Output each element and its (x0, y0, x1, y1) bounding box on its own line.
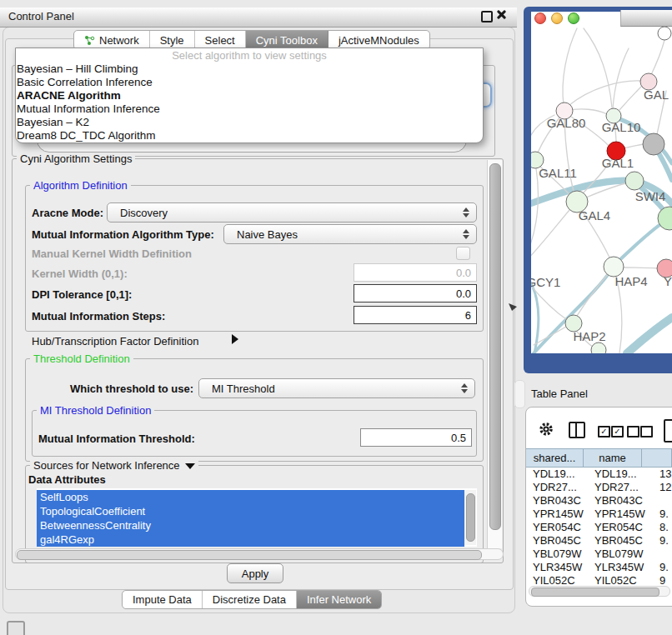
table-cell: YBR043C (594, 494, 643, 508)
settings-hscrollbar-thumb[interactable] (17, 550, 482, 560)
attribute-item[interactable]: gal4RGexp (37, 532, 464, 547)
table-row[interactable]: YER054CYER054C8. (526, 521, 672, 534)
window-close-icon[interactable] (534, 12, 546, 24)
window-zoom-icon[interactable] (568, 12, 579, 24)
column-header[interactable]: name (584, 449, 642, 467)
attribute-item[interactable]: BetweennessCentrality (37, 518, 464, 532)
tab-style[interactable]: Style (150, 31, 195, 49)
tab-jactivemnodules[interactable]: jActiveMNodules (328, 31, 429, 49)
dpi-tolerance-label: DPI Tolerance [0,1]: (32, 288, 132, 301)
expand-right-icon[interactable] (232, 334, 238, 344)
mi-threshold-value: 0.5 (451, 432, 466, 444)
algorithm-option[interactable]: Dream8 DC_TDC Algorithm (16, 129, 483, 142)
algorithm-option[interactable]: ARACNE Algorithm (16, 89, 483, 102)
dock-panel-icon[interactable] (7, 621, 25, 635)
table-row[interactable]: YLR345WYLR345W9. (526, 561, 672, 574)
algorithm-definition-title: Algorithm Definition (30, 179, 131, 192)
table-row[interactable]: YBR043CYBR043C (526, 494, 672, 508)
tab-impute-data[interactable]: Impute Data (123, 591, 203, 608)
tab-cyni-toolbox[interactable]: Cyni Toolbox (246, 31, 328, 49)
file-icon[interactable] (664, 419, 672, 442)
split-columns-icon[interactable] (569, 422, 585, 438)
table-hscrollbar-thumb[interactable] (531, 588, 659, 597)
mi-type-select[interactable]: Naive Bayes (223, 224, 477, 244)
network-node[interactable] (591, 342, 606, 353)
close-icon[interactable] (495, 9, 506, 20)
algorithm-dropdown-prompt: Select algorithm to view settings (16, 49, 483, 62)
attributes-scrollbar-thumb[interactable] (466, 493, 475, 542)
table-body: YDL19...YDL19...13YDR27...YDR27...12YBR0… (526, 468, 672, 584)
tab-infer-network[interactable]: Infer Network (297, 591, 381, 608)
dpi-tolerance-field[interactable]: 0.0 (354, 284, 477, 302)
network-icon (84, 35, 95, 46)
mi-threshold-field[interactable]: 0.5 (360, 428, 472, 447)
algorithm-option[interactable]: Basic Correlation Inference (16, 76, 483, 89)
table-cell: YDR27... (533, 481, 577, 494)
network-node[interactable] (643, 133, 664, 155)
aracne-mode-value: Discovery (120, 207, 168, 219)
algorithm-dropdown-list: Select algorithm to view settings Bayesi… (15, 48, 484, 143)
kernel-width-field[interactable]: 0.0 (354, 263, 477, 282)
column-header[interactable] (642, 449, 672, 467)
mi-steps-label: Mutual Information Steps: (32, 310, 165, 322)
stepper-arrows-icon (461, 383, 468, 393)
tab-label: Select (205, 34, 235, 47)
tab-network[interactable]: Network (74, 31, 150, 49)
network-edge (627, 318, 672, 353)
table-row[interactable]: YDR27...YDR27...12 (526, 481, 672, 494)
unchecked-checkbox-icon[interactable] (627, 426, 639, 438)
tab-select[interactable]: Select (195, 31, 246, 49)
attribute-item[interactable]: TopologicalCoefficient (37, 504, 464, 518)
attribute-item[interactable]: SelfLoops (37, 490, 464, 504)
cyni-settings-title: Cyni Algorithm Settings (17, 152, 135, 165)
sources-title[interactable]: Sources for Network Inference (30, 459, 198, 472)
data-attributes-list[interactable]: SelfLoopsTopologicalCoefficientBetweenne… (37, 488, 477, 547)
mi-threshold-title: MI Threshold Definition (37, 404, 154, 417)
node-label: GAL1 (602, 156, 634, 170)
window-minimize-icon[interactable] (551, 12, 563, 24)
mi-steps-field[interactable]: 6 (354, 306, 477, 324)
checked-checkbox-icon[interactable]: ✓ (611, 426, 624, 438)
tab-label: Infer Network (307, 593, 371, 606)
tab-label: Cyni Toolbox (256, 34, 318, 47)
checked-checkbox-icon[interactable]: ✓ (598, 426, 610, 438)
algorithm-option[interactable]: Mutual Information Inference (16, 102, 483, 116)
table-row[interactable]: YIL052CYIL052C9 (526, 574, 672, 584)
table-cell: YDR27... (594, 481, 639, 494)
tab-discretize-data[interactable]: Discretize Data (203, 591, 297, 608)
node-label: GAL11 (539, 166, 577, 180)
network-node[interactable] (658, 27, 671, 40)
node-label: HAP4 (614, 274, 647, 288)
settings-vscrollbar-thumb[interactable] (489, 163, 501, 530)
mi-type-label: Mutual Information Algorithm Type: (32, 228, 214, 241)
which-threshold-value: MI Threshold (212, 382, 275, 395)
manual-kernel-checkbox[interactable] (456, 247, 470, 260)
table-row[interactable]: YBL079WYBL079W (526, 548, 672, 561)
float-window-icon[interactable] (481, 11, 493, 22)
network-graph: GALGAL80GAL10GAL1GAL11SWI4GAL4GCY1HAP4YH… (531, 12, 672, 353)
apply-button[interactable]: Apply (227, 563, 283, 583)
table-cell: 12 (659, 481, 671, 494)
unchecked-checkbox-icon[interactable] (640, 426, 653, 438)
table-cell: YLR345W (594, 561, 644, 574)
aracne-mode-select[interactable]: Discovery (107, 202, 477, 222)
table-row[interactable]: YBR045CYBR045C9. (526, 534, 672, 548)
panel-splitter-handle[interactable] (514, 380, 525, 408)
data-attributes-label: Data Attributes (28, 473, 106, 486)
table-row[interactable]: YPR145WYPR145W9. (526, 508, 672, 521)
table-header: shared...name (526, 448, 672, 468)
table-cell: YER054C (533, 521, 581, 534)
control-panel-title: Control Panel (8, 10, 74, 22)
mi-threshold-label: Mutual Information Threshold: (38, 432, 195, 445)
kernel-width-value: 0.0 (456, 267, 471, 279)
algorithm-option[interactable]: Bayesian – Hill Climbing (16, 62, 483, 76)
network-node-swi4[interactable] (625, 172, 644, 190)
node-label: GAL (644, 88, 669, 102)
table-row[interactable]: YDL19...YDL19...13 (526, 468, 672, 481)
algorithm-option[interactable]: Bayesian – K2 (16, 116, 483, 129)
collapse-down-icon (185, 463, 195, 469)
which-threshold-select[interactable]: MI Threshold (198, 378, 475, 398)
gear-icon[interactable] (539, 422, 554, 437)
column-header[interactable]: shared... (526, 449, 584, 467)
table-cell: 8. (659, 521, 669, 534)
